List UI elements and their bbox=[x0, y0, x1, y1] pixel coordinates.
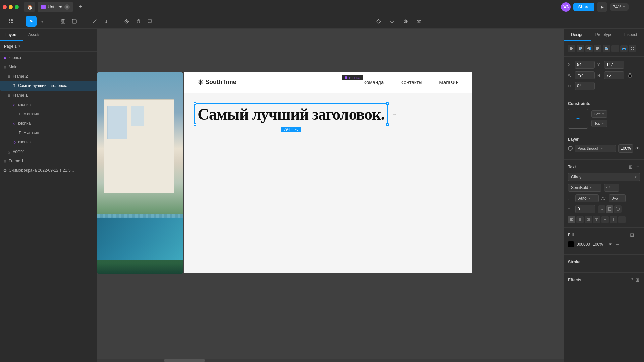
font-name-dropdown[interactable]: Gilroy ▼ bbox=[568, 173, 640, 181]
resize-handle-right[interactable]: → bbox=[393, 112, 397, 117]
layer-item-кнопка-top[interactable]: ◆ кнопка bbox=[0, 53, 97, 62]
distribute-h-btn[interactable] bbox=[620, 45, 628, 52]
inspect-tab[interactable]: Inspect bbox=[617, 29, 644, 41]
page-selector[interactable]: Page 1 ▼ bbox=[0, 41, 97, 52]
text-align-left-btn[interactable] bbox=[568, 216, 575, 223]
active-tab[interactable]: Untitled × bbox=[38, 2, 73, 12]
text-settings-icon[interactable]: ⊞ bbox=[628, 164, 633, 170]
layer-item-vector[interactable]: △ Vector bbox=[0, 147, 97, 156]
text-align-center-btn[interactable] bbox=[576, 216, 584, 223]
effects-help-icon[interactable]: ? bbox=[631, 278, 633, 282]
zoom-selector[interactable]: 74% ▼ bbox=[610, 3, 629, 11]
tidy-up-btn[interactable] bbox=[629, 45, 636, 52]
maximize-window-btn[interactable] bbox=[15, 5, 19, 9]
svg-rect-37 bbox=[623, 48, 625, 49]
constraint-h-dropdown[interactable]: Left ▼ bbox=[591, 110, 607, 118]
align-top-btn[interactable] bbox=[594, 45, 601, 52]
line-height-dropdown[interactable]: Auto ▼ bbox=[575, 194, 599, 202]
tab-close-btn[interactable]: × bbox=[64, 4, 70, 10]
fill-remove-icon[interactable]: − bbox=[615, 241, 620, 248]
align-left-btn[interactable] bbox=[568, 45, 575, 52]
layer-label: кнопка bbox=[9, 55, 94, 60]
layers-tab[interactable]: Layers bbox=[0, 29, 23, 41]
scrollbar-thumb[interactable] bbox=[164, 359, 205, 362]
assets-tab[interactable]: Assets bbox=[23, 29, 46, 41]
play-button[interactable]: ▶ bbox=[597, 2, 607, 12]
layer-item-кнопка3[interactable]: ◇ кнопка bbox=[0, 137, 97, 147]
y-input[interactable] bbox=[604, 61, 624, 69]
svg-rect-22 bbox=[590, 47, 591, 50]
blend-mode-dropdown[interactable]: Pass through ▼ bbox=[575, 145, 616, 152]
align-bottom-btn[interactable] bbox=[611, 45, 619, 52]
close-window-btn[interactable] bbox=[3, 5, 7, 9]
align-middle-v-btn[interactable] bbox=[603, 45, 610, 52]
shape-tool-btn[interactable] bbox=[69, 16, 80, 27]
new-tab-button[interactable]: + bbox=[76, 2, 85, 12]
component-tool-btn[interactable] bbox=[121, 16, 132, 27]
handle-tl bbox=[194, 102, 196, 105]
more-options-button[interactable]: ··· bbox=[631, 2, 641, 12]
layer-item-магазин2[interactable]: T Магазин bbox=[0, 128, 97, 137]
text-overflow-clip-btn[interactable] bbox=[606, 205, 613, 213]
comment-tool-btn[interactable] bbox=[144, 16, 155, 27]
text-more-options-btn[interactable]: ··· bbox=[618, 216, 626, 223]
frame-tool-btn[interactable] bbox=[58, 16, 68, 27]
canvas-scrollbar[interactable] bbox=[97, 359, 564, 362]
fill-color-swatch[interactable] bbox=[568, 241, 574, 247]
text-tool-btn[interactable] bbox=[101, 16, 112, 27]
text-more-icon[interactable]: ··· bbox=[635, 164, 640, 170]
para-spacing-input[interactable] bbox=[575, 205, 595, 213]
link-btn[interactable] bbox=[414, 16, 424, 27]
letter-spacing-input[interactable]: 0% bbox=[609, 194, 626, 202]
move-tool-btn[interactable] bbox=[37, 16, 48, 27]
fill-add-icon[interactable]: + bbox=[636, 232, 640, 238]
layer-item-screenshot[interactable]: 🖼 Снимок экрана 2022-09-12 в 21.5... bbox=[0, 166, 97, 175]
text-overflow-auto-btn[interactable] bbox=[614, 205, 622, 213]
font-size-input[interactable] bbox=[604, 184, 619, 192]
text-valign-bottom-btn[interactable] bbox=[610, 216, 617, 223]
contrast-btn[interactable] bbox=[400, 16, 411, 27]
layer-item-frame1a[interactable]: ⊞ Frame 1 bbox=[0, 90, 97, 100]
minimize-window-btn[interactable] bbox=[9, 5, 13, 9]
font-weight-dropdown[interactable]: SemiBold ▼ bbox=[568, 184, 601, 192]
share-button[interactable]: Share bbox=[573, 3, 594, 11]
tab-icon bbox=[41, 5, 46, 9]
layer-item-frame1b[interactable]: ⊞ Frame 1 bbox=[0, 156, 97, 166]
prototype-tab[interactable]: Prototype bbox=[591, 29, 618, 41]
opacity-input[interactable] bbox=[618, 144, 633, 153]
align-right-btn[interactable] bbox=[585, 45, 593, 52]
plugins-btn[interactable] bbox=[387, 16, 397, 27]
components-lib-btn[interactable] bbox=[373, 16, 384, 27]
hand-tool-btn[interactable] bbox=[133, 16, 144, 27]
nav-магазин: Магазин bbox=[439, 79, 459, 85]
layer-item-магазин1[interactable]: T Магазин bbox=[0, 109, 97, 119]
rotation-input[interactable] bbox=[575, 82, 595, 90]
stroke-add-btn[interactable]: + bbox=[636, 259, 640, 265]
visibility-toggle[interactable]: 👁 bbox=[635, 146, 640, 151]
text-align-right-btn[interactable] bbox=[585, 216, 592, 223]
x-input[interactable] bbox=[575, 61, 595, 69]
home-button[interactable]: 🏠 bbox=[24, 2, 35, 12]
layer-item-кнопка1[interactable]: ◇ кнопка bbox=[0, 100, 97, 109]
lock-ratio-btn[interactable] bbox=[627, 72, 633, 78]
design-tab[interactable]: Design bbox=[564, 29, 591, 41]
layer-item-кнопка2[interactable]: ◇ кнопка bbox=[0, 119, 97, 128]
grid-tool-btn[interactable] bbox=[5, 16, 16, 27]
select-tool-btn[interactable] bbox=[26, 16, 37, 27]
text-valign-top-btn[interactable] bbox=[593, 216, 600, 223]
fill-grid-icon[interactable]: ⊞ bbox=[629, 232, 635, 238]
layer-item-main[interactable]: ⊞ Main bbox=[0, 62, 97, 72]
w-input[interactable] bbox=[575, 71, 595, 79]
text-valign-middle-btn[interactable] bbox=[601, 216, 609, 223]
align-center-h-btn[interactable] bbox=[577, 45, 584, 52]
text-overflow-none-btn[interactable]: ↔ bbox=[598, 205, 605, 213]
effects-add-btn[interactable]: ⊞ bbox=[635, 277, 640, 283]
svg-rect-33 bbox=[616, 48, 616, 50]
pen-tool-btn[interactable] bbox=[90, 16, 100, 27]
constraint-v-dropdown[interactable]: Top ▼ bbox=[591, 120, 607, 127]
h-input[interactable] bbox=[604, 71, 624, 79]
fill-visibility-icon[interactable]: 👁 bbox=[609, 242, 613, 247]
layer-item-headline[interactable]: T Самый лучший заголовок. bbox=[0, 81, 97, 90]
layer-item-frame2[interactable]: ⊞ Frame 2 bbox=[0, 72, 97, 81]
canvas[interactable]: ✳ SouthTime Команда Контакты Магазин С bbox=[97, 29, 564, 362]
